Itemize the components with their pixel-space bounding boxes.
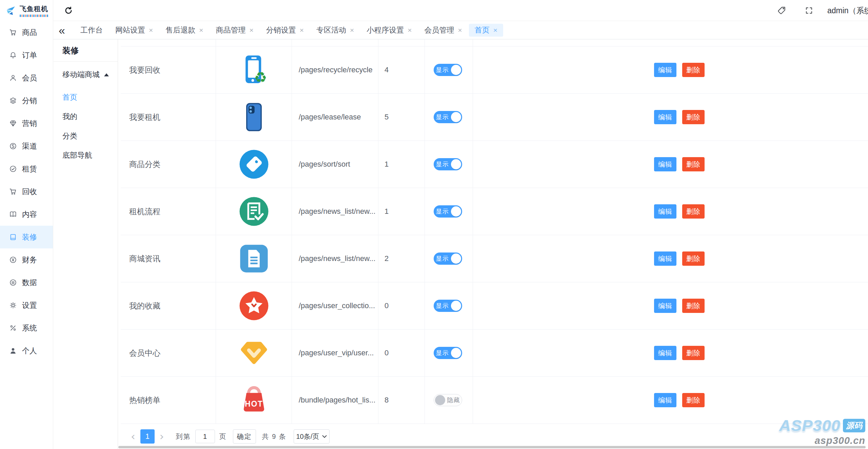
tab-item[interactable]: 网站设置× [110, 24, 159, 37]
submenu-item[interactable]: 分类 [54, 126, 118, 146]
visibility-toggle[interactable]: 显示 [434, 300, 462, 312]
close-tab-icon[interactable]: × [458, 26, 462, 34]
visibility-toggle[interactable]: 显示 [434, 347, 462, 359]
tab-item[interactable]: 小程序设置× [361, 24, 417, 37]
refresh-icon[interactable] [64, 6, 73, 15]
submenu-item[interactable]: 底部导航 [54, 146, 118, 165]
book-icon [9, 210, 17, 218]
tab-item[interactable]: 专区活动× [311, 24, 360, 37]
sidebar-item-label: 渠道 [22, 141, 37, 151]
nav-table: 我要回收♻/pages/recycle/recycle4显示编辑删除我要租机/p… [121, 39, 868, 424]
tab-item[interactable]: 售后退款× [160, 24, 209, 37]
confirm-button[interactable]: 确定 [233, 429, 256, 444]
watermark-asp300: ASP300 [779, 416, 841, 435]
sidebar-item-bell[interactable]: 订单 [0, 44, 53, 67]
cell [292, 39, 378, 46]
goto-page-input[interactable] [195, 430, 215, 443]
actions-cell: 编辑删除 [473, 330, 868, 376]
toggle-cell: 显示 [425, 94, 473, 141]
sidebar-item-cart[interactable]: 商品 [0, 21, 53, 44]
fullscreen-icon[interactable] [805, 6, 813, 15]
visibility-toggle[interactable]: 显示 [434, 64, 462, 76]
visibility-toggle[interactable]: 显示 [434, 111, 462, 123]
sidebar-item-cart2[interactable]: 回收 [0, 180, 53, 203]
delete-button[interactable]: 删除 [682, 251, 705, 266]
delete-button[interactable]: 删除 [682, 63, 705, 77]
delete-button[interactable]: 删除 [682, 110, 705, 124]
collapse-sidebar-icon[interactable]: « [59, 24, 65, 36]
tab-item[interactable]: 商品管理× [210, 24, 259, 37]
submenu-item[interactable]: 首页 [54, 88, 118, 107]
delete-button[interactable]: 删除 [682, 346, 705, 360]
sidebar-item-user[interactable]: 会员 [0, 67, 53, 89]
submenu-item[interactable]: 我的 [54, 107, 118, 126]
nav-name: 商品分类 [121, 141, 216, 188]
sidebar-item-finance[interactable]: 财务 [0, 248, 53, 271]
sub-sidebar: 装修 移动端商城 首页我的分类底部导航 [54, 39, 118, 449]
edit-button[interactable]: 编辑 [654, 63, 676, 77]
toggle-knob [451, 65, 461, 75]
page-size-select[interactable]: 10条/页 [294, 429, 330, 444]
tab-item[interactable]: 首页× [469, 24, 503, 37]
tab-item[interactable]: 分销设置× [260, 24, 310, 37]
sidebar-item-system[interactable]: 系统 [0, 317, 53, 339]
sidebar-item-gem[interactable]: 营销 [0, 112, 53, 135]
delete-button[interactable]: 删除 [682, 393, 705, 407]
toggle-knob [451, 112, 461, 122]
toggle-cell: 显示 [425, 46, 473, 93]
submenu-group-mobile-mall[interactable]: 移动端商城 [54, 62, 118, 88]
close-tab-icon[interactable]: × [300, 26, 304, 34]
cell [216, 39, 292, 46]
nav-path: /pages/news_list/new... [292, 188, 378, 235]
submenu-title: 装修 [54, 39, 118, 62]
nav-path: /bundle/pages/hot_lis... [292, 377, 378, 424]
user-menu[interactable]: admin（系统 [827, 0, 868, 21]
toggle-label: 显示 [434, 255, 451, 263]
sidebar-item-channel[interactable]: 渠道 [0, 135, 53, 157]
delete-button[interactable]: 删除 [682, 299, 705, 313]
content-area: 我要回收♻/pages/recycle/recycle4显示编辑删除我要租机/p… [118, 39, 868, 449]
toggle-cell: 显示 [425, 282, 473, 329]
tab-label: 售后退款 [165, 25, 195, 35]
edit-button[interactable]: 编辑 [654, 299, 676, 313]
watermark: ASP300 源码 asp300.cn [779, 416, 865, 446]
close-tab-icon[interactable]: × [249, 26, 253, 34]
main-sidebar: 商品订单会员分销营销渠道租赁回收内容装修财务数据设置系统个人 [0, 21, 53, 449]
actions-cell: 编辑删除 [473, 235, 868, 282]
close-tab-icon[interactable]: × [350, 26, 354, 34]
close-tab-icon[interactable]: × [493, 26, 497, 34]
edit-button[interactable]: 编辑 [654, 204, 676, 219]
visibility-toggle[interactable]: 显示 [434, 158, 462, 170]
sidebar-item-check[interactable]: 租赁 [0, 157, 53, 180]
edit-button[interactable]: 编辑 [654, 110, 676, 124]
sidebar-item-data[interactable]: 数据 [0, 271, 53, 294]
sidebar-item-gear[interactable]: 设置 [0, 294, 53, 317]
actions-cell: 编辑删除 [473, 46, 868, 93]
page-number-button[interactable]: 1 [140, 429, 155, 444]
edit-button[interactable]: 编辑 [654, 251, 676, 266]
visibility-toggle[interactable]: 隐藏 [434, 394, 462, 406]
sidebar-item-panel[interactable]: 装修 [0, 226, 53, 248]
sidebar-item-book[interactable]: 内容 [0, 203, 53, 226]
delete-button[interactable]: 删除 [682, 157, 705, 171]
visibility-toggle[interactable]: 显示 [434, 205, 462, 218]
edit-button[interactable]: 编辑 [654, 346, 676, 360]
prev-page-icon[interactable]: ‹ [128, 431, 138, 442]
close-tab-icon[interactable]: × [408, 26, 412, 34]
visibility-toggle[interactable]: 显示 [434, 252, 462, 265]
sidebar-item-layers[interactable]: 分销 [0, 89, 53, 112]
close-tab-icon[interactable]: × [149, 26, 153, 34]
next-page-icon[interactable]: › [157, 431, 167, 442]
tag-icon[interactable] [777, 6, 786, 15]
table-row: 我的收藏/pages/user_collectio...0显示编辑删除 [121, 282, 868, 330]
edit-button[interactable]: 编辑 [654, 157, 676, 171]
delete-button[interactable]: 删除 [682, 204, 705, 219]
edit-button[interactable]: 编辑 [654, 393, 676, 407]
tab-label: 小程序设置 [367, 25, 404, 35]
sidebar-item-profile[interactable]: 个人 [0, 339, 53, 362]
profile-icon [9, 347, 17, 355]
horizontal-scrollbar[interactable] [118, 446, 866, 448]
close-tab-icon[interactable]: × [199, 26, 203, 34]
tab-item[interactable]: 会员管理× [419, 24, 468, 37]
tab-item[interactable]: 工作台 [75, 24, 108, 37]
